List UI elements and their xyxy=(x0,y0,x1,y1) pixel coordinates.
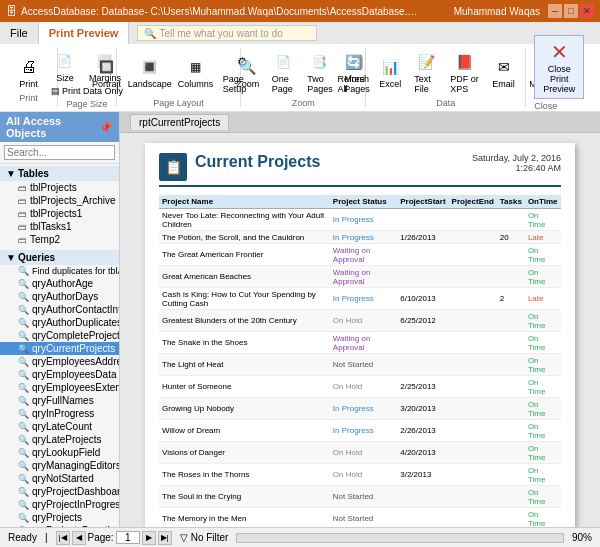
ribbon-group-close-preview: ✕ Close Print Preview Close Preview xyxy=(534,48,592,107)
date-text: Saturday, July 2, 2016 xyxy=(472,153,561,163)
sidebar-item-qryCurrentProjects[interactable]: 🔍 qryCurrentProjects xyxy=(0,342,119,355)
sidebar-item-tblProjects1[interactable]: 🗃 tblProjects1 xyxy=(0,207,119,220)
status-separator: | xyxy=(45,532,48,543)
window-controls[interactable]: ─ □ ✕ xyxy=(548,4,594,18)
sidebar-item-qryEmployeesExtended[interactable]: 🔍 qryEmployeesExtended xyxy=(0,381,119,394)
sidebar-item-qryManagingEditors[interactable]: 🔍 qryManagingEditors xyxy=(0,459,119,472)
cell-end xyxy=(449,209,497,231)
close-print-preview-button[interactable]: ✕ Close Print Preview xyxy=(534,35,584,99)
sidebar-item-tblTasks1[interactable]: 🗃 tblTasks1 xyxy=(0,220,119,233)
table-row: The Roses in the Thorns On Hold 3/2/2013… xyxy=(159,464,561,486)
sidebar-item-tblProjectsArchive[interactable]: 🗃 tblProjects_Archive xyxy=(0,194,119,207)
sidebar-item-qryProjects[interactable]: 🔍 qryProjects xyxy=(0,511,119,524)
query-icon: 🔍 xyxy=(18,279,29,289)
sidebar-item-qryAuthorAge[interactable]: 🔍 qryAuthorAge xyxy=(0,277,119,290)
sidebar-item-label: qryLateCount xyxy=(32,421,92,432)
print-button[interactable]: 🖨 Print xyxy=(13,53,45,91)
sidebar-item-qryLookupField[interactable]: 🔍 qryLookupField xyxy=(0,446,119,459)
query-icon: 🔍 xyxy=(18,331,29,341)
sidebar-item-qryCompleteProjects[interactable]: 🔍 qryCompleteProjects xyxy=(0,329,119,342)
sidebar-item-qryProjectsByauthor[interactable]: 🔍 qryProjectsByauthor xyxy=(0,524,119,527)
cell-name: Growing Up Nobody xyxy=(159,398,330,420)
sidebar-item-qryEmployeesData[interactable]: 🔍 qryEmployeesData xyxy=(0,368,119,381)
cell-start: 6/10/2013 xyxy=(397,288,448,310)
cell-start xyxy=(397,486,448,508)
horizontal-scrollbar[interactable] xyxy=(236,533,564,543)
cell-end xyxy=(449,354,497,376)
pdf-button[interactable]: 📕 PDF or XPS xyxy=(446,48,483,96)
sidebar-item-label: qryAuthorAge xyxy=(32,278,93,289)
sidebar-item-qryAuthorDuplicates[interactable]: 🔍 qryAuthorDuplicates xyxy=(0,316,119,329)
cell-ontime: On Time xyxy=(525,209,561,231)
landscape-button[interactable]: 🔳 Landscape xyxy=(127,53,173,91)
tab-file[interactable]: File xyxy=(0,22,39,44)
close-button[interactable]: ✕ xyxy=(580,4,594,18)
sidebar-search-input[interactable] xyxy=(4,145,115,160)
table-row: Great American Beaches Waiting on Approv… xyxy=(159,266,561,288)
prev-page-button[interactable]: ◀ xyxy=(72,531,86,545)
sidebar-tables-header[interactable]: ▼ Tables xyxy=(0,166,119,181)
ribbon-search-box[interactable]: 🔍 Tell me what you want to do xyxy=(137,25,317,41)
sidebar-item-tblProjects[interactable]: 🗃 tblProjects xyxy=(0,181,119,194)
cell-status: In Progress xyxy=(330,398,397,420)
cell-ontime: Late xyxy=(525,231,561,244)
cell-status: Waiting on Approval xyxy=(330,266,397,288)
table-icon: 🗃 xyxy=(18,196,27,206)
sidebar-item-qryAuthorContactInfo[interactable]: 🔍 qryAuthorContactInfo xyxy=(0,303,119,316)
close-preview-icon: ✕ xyxy=(547,40,571,64)
sidebar-pin-icon[interactable]: 📌 xyxy=(99,121,113,134)
sidebar-item-label: qryFullNames xyxy=(32,395,94,406)
report-container[interactable]: 📋 Current Projects Saturday, July 2, 201… xyxy=(120,133,600,527)
sidebar-item-qryFullNames[interactable]: 🔍 qryFullNames xyxy=(0,394,119,407)
refresh-all-button[interactable]: 🔄 Refresh All xyxy=(336,48,370,96)
one-page-button[interactable]: 📄 One Page xyxy=(268,48,300,96)
first-page-button[interactable]: |◀ xyxy=(56,531,70,545)
sidebar-item-label: qryProjectsByauthor xyxy=(32,525,119,527)
sidebar-item-label: qryEmployeesAddresses xyxy=(32,356,119,367)
sidebar-item-qryProjectDashboard[interactable]: 🔍 qryProjectDashboard xyxy=(0,485,119,498)
cell-start: 2/26/2013 xyxy=(397,420,448,442)
sidebar-item-qryLateProjects[interactable]: 🔍 qryLateProjects xyxy=(0,433,119,446)
cell-tasks xyxy=(497,310,525,332)
sidebar-item-label: qryAuthorDays xyxy=(32,291,98,302)
sidebar-queries-header[interactable]: ▼ Queries xyxy=(0,250,119,265)
close-preview-label: Close Print Preview xyxy=(541,64,577,94)
minimize-button[interactable]: ─ xyxy=(548,4,562,18)
two-pages-button[interactable]: 📑 Two Pages xyxy=(304,48,336,96)
cell-status: On Hold xyxy=(330,442,397,464)
ribbon-content: 🖨 Print Print 📄 Size ⬜ Margins ▤ Print D… xyxy=(0,44,600,112)
cell-ontime: On Time xyxy=(525,266,561,288)
page-layout-label: Page Layout xyxy=(153,98,204,108)
portrait-button[interactable]: 🔲 Portrait xyxy=(90,53,123,91)
excel-button[interactable]: 📊 Excel xyxy=(374,53,406,91)
sidebar-item-qryInProgress[interactable]: 🔍 qryInProgress xyxy=(0,407,119,420)
sidebar-item-qryLateCount[interactable]: 🔍 qryLateCount xyxy=(0,420,119,433)
page-number-input[interactable] xyxy=(116,531,140,544)
cell-end xyxy=(449,442,497,464)
sidebar-search[interactable] xyxy=(0,142,119,164)
portrait-label: Portrait xyxy=(92,79,121,89)
next-page-button[interactable]: ▶ xyxy=(142,531,156,545)
text-file-button[interactable]: 📝 Text File xyxy=(410,48,442,96)
tab-print-preview[interactable]: Print Preview xyxy=(39,22,130,44)
table-row: The Memory in the Men Not Started On Tim… xyxy=(159,508,561,528)
last-page-button[interactable]: ▶| xyxy=(158,531,172,545)
maximize-button[interactable]: □ xyxy=(564,4,578,18)
email-button[interactable]: ✉ Email xyxy=(488,53,520,91)
cell-status: In Progress xyxy=(330,288,397,310)
sidebar-item-find-duplicates[interactable]: 🔍 Find duplicates for tblAuthors xyxy=(0,265,119,277)
report-tab[interactable]: rptCurrentProjects xyxy=(130,114,229,130)
sidebar-item-qryEmployeesAddresses[interactable]: 🔍 qryEmployeesAddresses xyxy=(0,355,119,368)
sidebar-item-qryNotStarted[interactable]: 🔍 qryNotStarted xyxy=(0,472,119,485)
zoom-button[interactable]: 🔍 Zoom xyxy=(232,53,264,91)
sidebar-item-qryAuthorDays[interactable]: 🔍 qryAuthorDays xyxy=(0,290,119,303)
cell-end xyxy=(449,244,497,266)
report-table: Project Name Project Status ProjectStart… xyxy=(159,195,561,527)
page-navigation[interactable]: |◀ ◀ Page: ▶ ▶| xyxy=(56,531,172,545)
columns-button[interactable]: ▦ Columns xyxy=(176,53,214,91)
size-button[interactable]: 📄 Size xyxy=(49,47,81,85)
cell-tasks xyxy=(497,420,525,442)
sidebar-item-Temp2[interactable]: 🗃 Temp2 xyxy=(0,233,119,246)
sidebar-item-qryProjectInProgress[interactable]: 🔍 qryProjectInProgress xyxy=(0,498,119,511)
query-icon: 🔍 xyxy=(18,474,29,484)
